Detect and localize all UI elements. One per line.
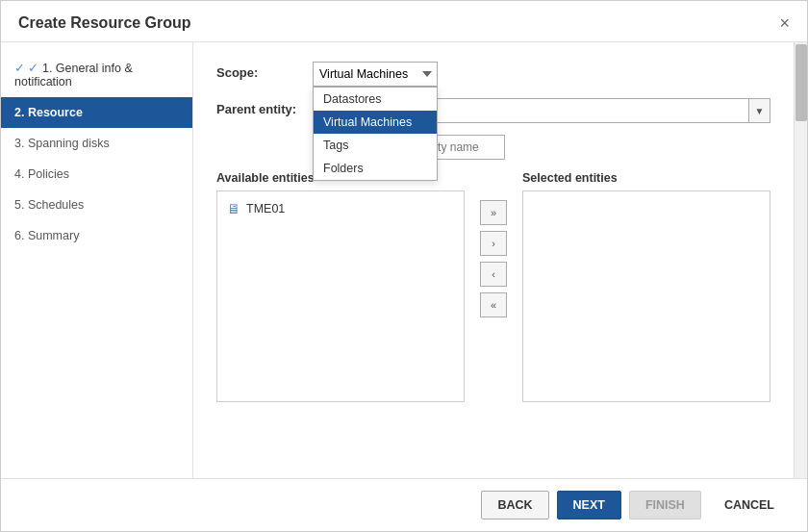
entity-label: TME01	[246, 202, 285, 215]
sidebar-item-spanning[interactable]: 3. Spanning disks	[1, 128, 192, 159]
scope-label: Scope:	[216, 62, 313, 80]
cancel-button[interactable]: CANCEL	[709, 491, 790, 519]
search-row: 🔍	[216, 135, 770, 160]
dialog-header: Create Resource Group ×	[1, 1, 807, 42]
entity-item-tme01[interactable]: 🖥TME01	[223, 197, 458, 220]
dropdown-item-virtual-machines[interactable]: Virtual Machines	[314, 111, 437, 134]
move-all-right-button[interactable]: »	[480, 200, 507, 225]
selected-entities-list	[522, 190, 770, 402]
scope-dropdown: DatastoresVirtual MachinesTagsFolders	[313, 87, 438, 181]
transfer-buttons: » › ‹ «	[474, 200, 513, 317]
entities-row: Available entities 🖥TME01 » › ‹ « Select…	[216, 171, 770, 402]
main-content: Scope: Virtual Machines DatastoresVirtua…	[193, 42, 794, 478]
dropdown-item-folders[interactable]: Folders	[314, 157, 437, 180]
selected-entities-panel: Selected entities	[522, 171, 770, 402]
parent-entity-arrow[interactable]: ▼	[748, 99, 770, 122]
scrollbar-track	[794, 42, 807, 478]
close-button[interactable]: ×	[779, 14, 790, 32]
sidebar-item-schedules[interactable]: 5. Schedules	[1, 190, 192, 220]
dialog-footer: BACK NEXT FINISH CANCEL	[1, 478, 807, 531]
selected-entities-title: Selected entities	[522, 171, 770, 185]
scope-select[interactable]: Virtual Machines	[313, 62, 438, 87]
back-button[interactable]: BACK	[481, 491, 548, 519]
create-resource-group-dialog: Create Resource Group × ✓ 1. General inf…	[0, 0, 808, 532]
sidebar-item-resource[interactable]: 2. Resource	[1, 97, 192, 128]
dialog-title: Create Resource Group	[18, 14, 191, 32]
vm-icon: 🖥	[227, 201, 240, 216]
scope-control: Virtual Machines DatastoresVirtual Machi…	[313, 62, 770, 87]
scope-row: Scope: Virtual Machines DatastoresVirtua…	[216, 62, 770, 87]
dialog-body: ✓ 1. General info & notification2. Resou…	[1, 42, 807, 478]
move-left-button[interactable]: ‹	[480, 262, 507, 287]
sidebar-item-policies[interactable]: 4. Policies	[1, 159, 192, 190]
next-button[interactable]: NEXT	[557, 491, 621, 519]
sidebar-item-general[interactable]: ✓ 1. General info & notification	[1, 52, 192, 97]
parent-entity-label: Parent entity:	[216, 98, 313, 116]
dropdown-item-datastores[interactable]: Datastores	[314, 88, 437, 111]
move-right-button[interactable]: ›	[480, 231, 507, 256]
finish-button[interactable]: FINISH	[629, 491, 701, 519]
parent-entity-row: Parent entity: ▼	[216, 98, 770, 123]
sidebar: ✓ 1. General info & notification2. Resou…	[1, 42, 193, 478]
move-all-left-button[interactable]: «	[480, 292, 507, 317]
sidebar-item-summary[interactable]: 6. Summary	[1, 220, 192, 251]
scrollbar-thumb[interactable]	[795, 44, 807, 121]
dropdown-item-tags[interactable]: Tags	[314, 134, 437, 157]
available-entities-list: 🖥TME01	[216, 190, 465, 402]
available-entities-panel: Available entities 🖥TME01	[216, 171, 465, 402]
